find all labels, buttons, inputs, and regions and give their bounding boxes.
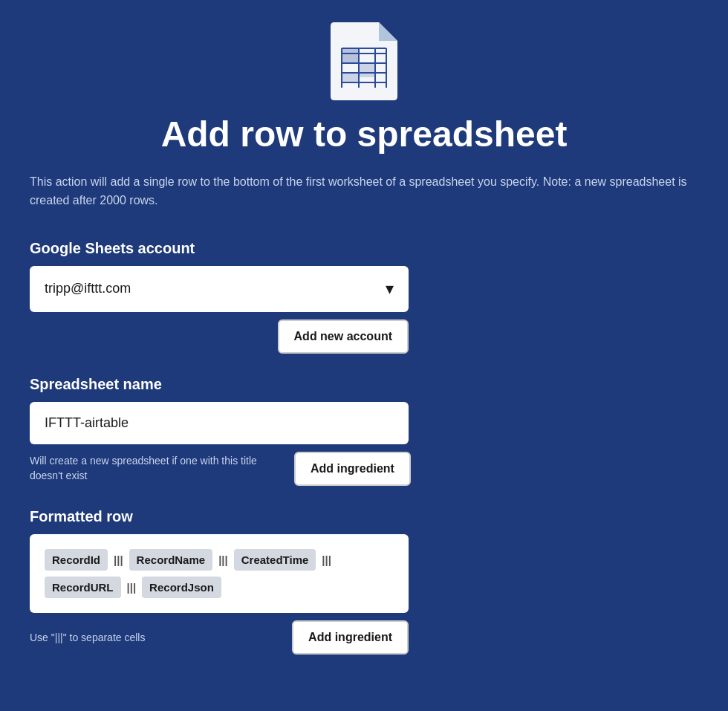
header-icon-area (30, 22, 698, 100)
separator-2: ||| (218, 553, 228, 566)
page-title: Add row to spreadsheet (30, 115, 698, 155)
tag-record-name[interactable]: RecordName (129, 549, 213, 571)
account-value: tripp@ifttt.com (45, 281, 131, 296)
account-dropdown[interactable]: tripp@ifttt.com ▾ (30, 266, 409, 312)
chevron-down-icon: ▾ (386, 279, 394, 299)
svg-rect-10 (360, 64, 374, 77)
page-description: This action will add a single row to the… (30, 172, 698, 210)
formatted-helper-row: Use "|||" to separate cells Add ingredie… (30, 620, 409, 655)
tag-created-time[interactable]: CreatedTime (234, 549, 316, 571)
google-sheets-label: Google Sheets account (30, 240, 698, 257)
spreadsheet-name-section: Spreadsheet name Will create a new sprea… (30, 376, 698, 486)
separator-4: ||| (127, 581, 137, 594)
use-note: Use "|||" to separate cells (30, 632, 145, 643)
spreadsheet-name-label: Spreadsheet name (30, 376, 698, 393)
add-account-row: Add new account (30, 319, 409, 354)
formatted-row-section: Formatted row RecordId ||| RecordName ||… (30, 508, 698, 655)
add-new-account-button[interactable]: Add new account (278, 319, 409, 354)
separator-1: ||| (114, 553, 123, 566)
google-sheets-section: Google Sheets account tripp@ifttt.com ▾ … (30, 240, 698, 354)
page-container: Add row to spreadsheet This action will … (0, 0, 728, 711)
spreadsheet-helper-row: Will create a new spreadsheet if one wit… (30, 452, 698, 486)
separator-3: ||| (322, 553, 331, 566)
formatted-row-label: Formatted row (30, 508, 698, 525)
tag-record-json[interactable]: RecordJson (142, 577, 221, 598)
spreadsheet-icon (331, 22, 397, 100)
tag-record-id[interactable]: RecordId (45, 549, 108, 571)
spreadsheet-name-input[interactable] (30, 402, 409, 444)
formatted-add-ingredient-button[interactable]: Add ingredient (292, 620, 409, 655)
spreadsheet-helper-text: Will create a new spreadsheet if one wit… (30, 454, 282, 483)
spreadsheet-add-ingredient-button[interactable]: Add ingredient (294, 452, 411, 486)
formatted-row-box: RecordId ||| RecordName ||| CreatedTime … (30, 534, 409, 613)
svg-rect-9 (342, 49, 358, 62)
tag-record-url[interactable]: RecordURL (45, 577, 121, 598)
svg-rect-11 (342, 74, 358, 82)
